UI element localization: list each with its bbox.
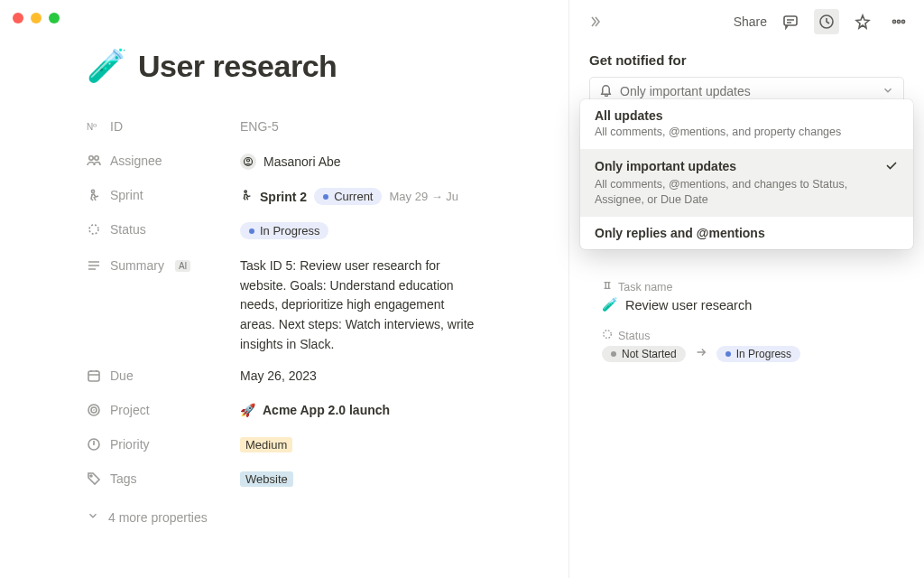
avatar: [240, 154, 256, 170]
property-label: ID: [110, 119, 123, 134]
right-panel: Share Get notified for Only important up…: [568, 0, 924, 578]
property-value-assignee[interactable]: Masanori Abe: [240, 154, 511, 170]
sprint-icon: [87, 188, 101, 202]
arrow-right-icon: [695, 346, 707, 362]
property-row-assignee[interactable]: Assignee Masanori Abe: [87, 146, 511, 181]
more-icon[interactable]: [886, 9, 911, 34]
window-close-button[interactable]: [13, 13, 23, 23]
chevron-down-icon: [87, 509, 99, 525]
notify-option-important[interactable]: Only important updates All comments, @me…: [580, 149, 913, 217]
property-label: Priority: [110, 437, 150, 452]
property-label: Sprint: [110, 188, 143, 202]
task-emoji-icon: 🧪: [602, 297, 618, 312]
property-value-project[interactable]: 🚀 Acme App 2.0 launch: [240, 403, 511, 417]
check-icon: [884, 158, 899, 175]
task-name-label: Task name: [618, 281, 672, 294]
property-label: Assignee: [110, 154, 162, 168]
property-row-tags[interactable]: Tags Website: [87, 464, 511, 499]
property-label: Status: [110, 222, 146, 237]
svg-point-4: [247, 159, 250, 162]
property-row-status[interactable]: Status In Progress: [87, 215, 511, 249]
project-name: Acme App 2.0 launch: [263, 403, 390, 417]
notify-selected-label: Only important updates: [620, 84, 751, 98]
calendar-icon: [87, 368, 101, 383]
more-properties-toggle[interactable]: 4 more properties: [87, 499, 511, 525]
status-pill: In Progress: [240, 222, 328, 239]
property-row-due[interactable]: Due May 26, 2023: [87, 361, 511, 396]
svg-text:Nº: Nº: [87, 122, 97, 132]
svg-rect-15: [784, 16, 797, 25]
comments-icon[interactable]: [778, 9, 803, 34]
svg-point-2: [95, 156, 98, 160]
notify-heading: Get notified for: [589, 52, 904, 68]
chevron-down-icon: [882, 84, 894, 99]
collapse-panel-button[interactable]: [582, 9, 607, 34]
notify-option-replies[interactable]: Only replies and @mentions: [580, 217, 913, 249]
task-name-text: Review user research: [625, 298, 752, 312]
svg-point-1: [89, 156, 93, 160]
notify-dropdown: All updates All comments, @mentions, and…: [580, 99, 913, 249]
property-value-id[interactable]: ENG-5: [240, 119, 511, 134]
summary-icon: [87, 258, 101, 273]
status-icon: [602, 329, 613, 342]
svg-point-20: [604, 331, 612, 339]
tag-pill: Website: [240, 471, 293, 487]
property-label: Tags: [110, 471, 137, 486]
svg-point-14: [90, 475, 92, 477]
property-row-sprint[interactable]: Sprint Sprint 2 Current May 29 → Ju: [87, 181, 511, 215]
page-title-text[interactable]: User research: [138, 49, 337, 84]
svg-point-13: [93, 443, 95, 445]
property-row-priority[interactable]: Priority Medium: [87, 430, 511, 464]
property-value-due[interactable]: May 26, 2023: [240, 368, 511, 383]
property-row-project[interactable]: Project 🚀 Acme App 2.0 launch: [87, 396, 511, 430]
ai-chip: AI: [175, 260, 190, 272]
property-value-status[interactable]: In Progress: [240, 222, 511, 239]
number-icon: Nº: [87, 119, 101, 134]
page-icon[interactable]: 🧪: [87, 47, 127, 85]
property-label: Summary: [110, 258, 164, 273]
window-minimize-button[interactable]: [31, 13, 42, 23]
notify-option-all[interactable]: All updates All comments, @mentions, and…: [580, 99, 913, 149]
task-name-value[interactable]: 🧪 Review user research: [602, 297, 904, 312]
priority-pill: Medium: [240, 437, 292, 452]
property-value-priority[interactable]: Medium: [240, 437, 511, 452]
svg-rect-8: [88, 371, 99, 381]
status-icon: [87, 222, 101, 237]
svg-point-17: [892, 20, 895, 23]
property-value-tags[interactable]: Website: [240, 471, 511, 487]
window-controls: [13, 13, 60, 23]
assignee-name: Masanori Abe: [263, 154, 341, 169]
svg-point-7: [89, 225, 98, 234]
people-icon: [87, 154, 101, 168]
bell-icon: [599, 83, 613, 99]
svg-point-5: [91, 190, 94, 192]
target-icon: [87, 403, 101, 417]
svg-point-6: [245, 191, 246, 192]
updates-icon[interactable]: [814, 9, 839, 34]
project-icon: 🚀: [240, 403, 255, 417]
priority-icon: [87, 437, 101, 452]
svg-point-18: [897, 20, 900, 23]
svg-point-19: [901, 20, 904, 23]
svg-point-11: [93, 410, 95, 412]
sprint-dates: May 29 → Ju: [389, 190, 458, 203]
status-change: Not Started In Progress: [602, 346, 904, 362]
property-value-sprint[interactable]: Sprint 2 Current May 29 → Ju: [240, 188, 511, 205]
property-row-id[interactable]: Nº ID ENG-5: [87, 112, 511, 146]
page-main: 🧪 User research Nº ID ENG-5 Assignee Mas…: [87, 47, 511, 525]
sprint-name: Sprint 2: [260, 190, 307, 204]
page-title[interactable]: 🧪 User research: [87, 47, 511, 85]
sprint-current-badge: Current: [314, 188, 382, 205]
window-maximize-button[interactable]: [49, 13, 60, 23]
property-row-summary[interactable]: Summary AI Task ID 5: Review user resear…: [87, 249, 511, 361]
property-value-summary[interactable]: Task ID 5: Review user research for webs…: [240, 256, 475, 354]
status-change-label: Status: [618, 330, 650, 342]
property-label: Due: [110, 368, 134, 383]
text-icon: [602, 280, 613, 294]
tag-icon: [87, 471, 101, 486]
share-button[interactable]: Share: [734, 14, 767, 29]
favorite-icon[interactable]: [850, 9, 875, 34]
more-properties-label: 4 more properties: [108, 510, 208, 525]
running-icon: [240, 189, 253, 204]
property-label: Project: [110, 403, 150, 417]
